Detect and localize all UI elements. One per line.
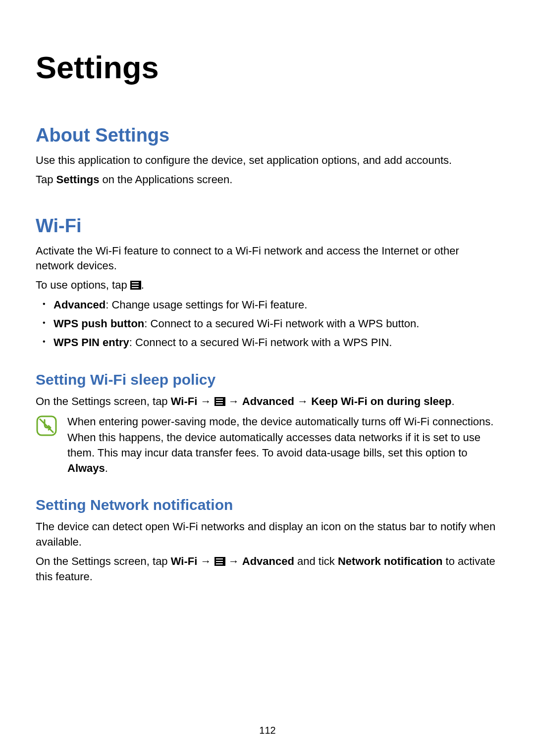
wifi-options-list: Advanced: Change usage settings for Wi-F… bbox=[36, 297, 499, 351]
arrow: → bbox=[294, 395, 311, 407]
text: When entering power-saving mode, the dev… bbox=[67, 415, 493, 458]
text: On the Settings screen, tap bbox=[36, 395, 171, 407]
list-item: WPS push button: Connect to a secured Wi… bbox=[54, 316, 499, 332]
network-notification-bold: Network notification bbox=[338, 555, 442, 567]
settings-bold: Settings bbox=[56, 173, 100, 186]
text: To use options, tap bbox=[36, 279, 130, 291]
sleep-heading: Setting Wi-Fi sleep policy bbox=[36, 371, 499, 388]
text: Tap bbox=[36, 173, 56, 186]
menu-icon bbox=[214, 397, 225, 406]
svg-rect-14 bbox=[216, 563, 223, 564]
about-heading: About Settings bbox=[36, 125, 499, 146]
page-number: 112 bbox=[0, 725, 535, 736]
list-item: Advanced: Change usage settings for Wi-F… bbox=[54, 297, 499, 313]
menu-icon bbox=[130, 281, 141, 290]
note-text: When entering power-saving mode, the dev… bbox=[67, 414, 499, 476]
text: on the Applications screen. bbox=[99, 173, 232, 186]
netnotif-heading: Setting Network notification bbox=[36, 497, 499, 513]
option-label: Advanced bbox=[54, 299, 106, 311]
option-label: WPS push button bbox=[54, 317, 144, 330]
svg-rect-13 bbox=[216, 561, 223, 562]
arrow: → bbox=[225, 555, 242, 567]
chapter-title: Settings bbox=[36, 50, 499, 85]
netnotif-paragraph-1: The device can detect open Wi-Fi network… bbox=[36, 519, 499, 550]
about-paragraph-1: Use this application to configure the de… bbox=[36, 153, 499, 168]
svg-rect-6 bbox=[216, 399, 223, 400]
keep-wifi-bold: Keep Wi-Fi on during sleep bbox=[311, 395, 451, 407]
svg-rect-12 bbox=[216, 558, 223, 559]
svg-rect-7 bbox=[216, 401, 223, 402]
about-paragraph-2: Tap Settings on the Applications screen. bbox=[36, 172, 499, 188]
text: and tick bbox=[294, 555, 338, 567]
text: . bbox=[105, 462, 108, 474]
arrow: → bbox=[197, 395, 214, 407]
svg-rect-2 bbox=[132, 285, 139, 286]
wifi-bold: Wi-Fi bbox=[171, 395, 198, 407]
svg-rect-1 bbox=[132, 282, 139, 283]
option-desc: : Change usage settings for Wi-Fi featur… bbox=[106, 299, 307, 311]
wifi-options-line: To use options, tap . bbox=[36, 278, 499, 293]
note-icon bbox=[36, 415, 57, 439]
text: . bbox=[452, 395, 455, 407]
wifi-heading: Wi-Fi bbox=[36, 215, 499, 237]
netnotif-paragraph-2: On the Settings screen, tap Wi-Fi → → Ad… bbox=[36, 554, 499, 585]
advanced-bold: Advanced bbox=[242, 555, 294, 567]
arrow: → bbox=[197, 555, 214, 567]
wifi-intro: Activate the Wi-Fi feature to connect to… bbox=[36, 244, 499, 274]
note-row: When entering power-saving mode, the dev… bbox=[36, 414, 499, 476]
always-bold: Always bbox=[67, 462, 105, 474]
option-label: WPS PIN entry bbox=[54, 336, 129, 349]
section-about: About Settings Use this application to c… bbox=[36, 125, 499, 188]
wifi-bold: Wi-Fi bbox=[171, 555, 198, 567]
advanced-bold: Advanced bbox=[242, 395, 294, 407]
arrow: → bbox=[225, 395, 242, 407]
option-desc: : Connect to a secured Wi-Fi network wit… bbox=[129, 336, 392, 349]
svg-rect-8 bbox=[216, 403, 223, 404]
list-item: WPS PIN entry: Connect to a secured Wi-F… bbox=[54, 335, 499, 351]
section-wifi: Wi-Fi Activate the Wi-Fi feature to conn… bbox=[36, 215, 499, 585]
sleep-paragraph: On the Settings screen, tap Wi-Fi → → Ad… bbox=[36, 394, 499, 409]
text: On the Settings screen, tap bbox=[36, 555, 171, 567]
svg-rect-3 bbox=[132, 287, 139, 288]
text: . bbox=[141, 279, 144, 291]
option-desc: : Connect to a secured Wi-Fi network wit… bbox=[144, 317, 419, 330]
menu-icon bbox=[214, 557, 225, 566]
